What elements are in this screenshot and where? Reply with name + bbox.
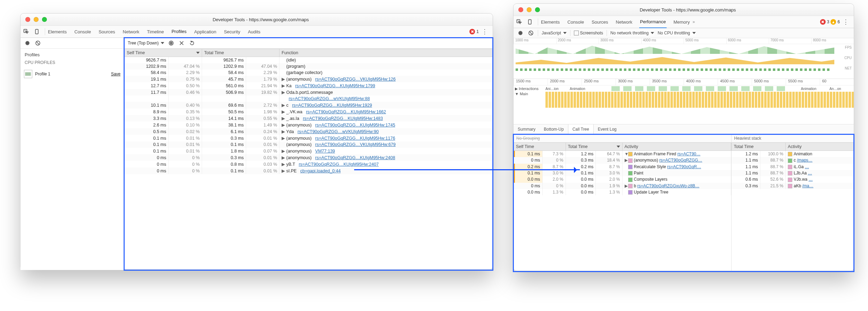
source-link[interactable]: rs=ACT90oGqRZGG…KUIgM95Hw:1662 xyxy=(306,109,386,114)
table-row[interactable]: 0.1 ms0.01 %0.3 ms0.01 %▶ (anonymous) rs… xyxy=(125,135,493,141)
profile-row[interactable]: Profile 1 Save xyxy=(20,68,124,80)
tab-security[interactable]: Security xyxy=(223,26,241,38)
table-row[interactable]: 0.5 ms0.02 %6.1 ms0.24 %▶ Yda rs=ACT90oG… xyxy=(125,128,493,135)
source-link[interactable]: rs=ACT90oGqR… xyxy=(667,164,701,169)
close-icon[interactable] xyxy=(518,7,523,12)
warning-badge[interactable]: ▲ xyxy=(831,19,836,25)
table-row[interactable]: 10.1 ms0.40 %69.6 ms2.72 %▶ c rs=ACT90oG… xyxy=(125,102,493,108)
source-link[interactable]: rs=ACT90oGqRZGG…KUIgM95Hw:1483 xyxy=(303,116,383,121)
inspect-icon[interactable] xyxy=(516,18,523,25)
clear-icon[interactable] xyxy=(34,40,41,47)
grouping-select[interactable]: No Grouping xyxy=(514,134,731,142)
device-icon[interactable] xyxy=(527,18,534,25)
heaviest-stack-table[interactable]: Total Time Activity 1.2 ms100.0 %Animati… xyxy=(732,142,854,189)
error-badge[interactable]: ✖ xyxy=(820,19,826,25)
source-link[interactable]: rs=ACT90oGqRZGG…VKUIgM95Hw:126 xyxy=(315,77,396,82)
source-link[interactable]: /ma… xyxy=(802,183,813,188)
col-total-time[interactable]: Total Time xyxy=(732,143,786,151)
tab-elements[interactable]: Elements xyxy=(540,16,560,28)
source-link[interactable]: rs=ACT90oGqRZGG…KUIgM95Hw:1799 xyxy=(295,83,375,88)
source-link[interactable]: … xyxy=(808,171,812,175)
profile-table[interactable]: Self Time Total Time Function 9626.7 ms9… xyxy=(124,49,493,174)
source-link[interactable]: rs=ACT90oGqRZGG…KUIgM95Hw:2407 xyxy=(299,162,378,167)
table-row[interactable]: 58.4 ms2.29 %58.4 ms2.29 % (garbage coll… xyxy=(125,69,493,76)
record-icon[interactable] xyxy=(24,40,31,47)
source-link[interactable]: rs=ACT90oGqRZGG…wVKUIgM95Hw:90 xyxy=(298,129,379,134)
table-row[interactable]: 9626.7 ms9626.7 ms (idle) xyxy=(125,57,493,64)
source-link[interactable]: rs=ACT90oGqRZGG… xyxy=(659,158,702,163)
table-row[interactable]: 1.2 ms100.0 %Animation xyxy=(732,151,853,157)
source-link[interactable]: rs=ACT90oGqRZGGxuWo-z8B… xyxy=(637,183,700,188)
table-row[interactable]: 0.1 ms7.3 %1.2 ms64.7 %▼Animation Frame … xyxy=(514,151,731,157)
cpu-throttle-select[interactable]: No CPU throttling xyxy=(658,31,695,35)
save-link[interactable]: Save xyxy=(111,72,120,76)
tab-bottom-up[interactable]: Bottom-Up xyxy=(540,124,568,134)
device-icon[interactable] xyxy=(34,28,41,35)
table-row[interactable]: 0 ms0 %0.3 ms0.01 %▶ (anonymous) rs=ACT9… xyxy=(125,154,493,161)
table-row[interactable]: 0.1 ms0.01 %0.1 ms0.01 % (anonymous) rs=… xyxy=(125,141,493,148)
table-row[interactable]: 0 ms0 %0.8 ms0.03 %▶ yB.T rs=ACT90oGqRZG… xyxy=(125,161,493,167)
zoom-icon[interactable] xyxy=(42,17,47,22)
tab-elements[interactable]: Elements xyxy=(47,26,67,38)
minimize-icon[interactable] xyxy=(527,7,532,12)
overview-panel[interactable]: 1000 ms2000 ms3000 ms4000 ms5000 ms6000 … xyxy=(514,38,854,79)
tab-console[interactable]: Console xyxy=(567,16,585,28)
table-row[interactable]: 0 ms0 %0.0 ms1.9 %▶b rs=ACT90oGqRZGGxuWo… xyxy=(514,183,731,189)
source-link[interactable]: rs=ACT90… xyxy=(677,152,700,156)
kebab-icon[interactable]: ⋮ xyxy=(841,18,850,26)
net-throttle-select[interactable]: No network throttling xyxy=(610,31,654,35)
table-row[interactable]: 0 ms0 %0.3 ms18.4 %▶(anonymous) rs=ACT90… xyxy=(514,157,731,163)
view-select[interactable]: Tree (Top Down) xyxy=(128,41,164,46)
source-link[interactable]: VM77:139 xyxy=(315,149,335,154)
tab-memory[interactable]: Memory xyxy=(673,16,691,28)
col-total-time[interactable]: Total Time xyxy=(566,143,622,151)
tab-event-log[interactable]: Event Log xyxy=(594,124,621,134)
js-select[interactable]: JavaScript xyxy=(542,31,567,35)
source-link[interactable]: … xyxy=(809,177,813,182)
source-link[interactable]: rs=ACT90oGqRZGG…KUIgM95Hw:1745 xyxy=(315,123,395,128)
table-row[interactable]: 0.0 ms2.0 %0.0 ms2.0 %Composite Layers xyxy=(514,176,731,182)
table-row[interactable]: 2.6 ms0.10 %38.1 ms1.49 %▶ (anonymous) r… xyxy=(125,122,493,128)
table-row[interactable]: 1.1 ms88.7 %c /maps… xyxy=(732,157,853,163)
more-tabs[interactable]: » xyxy=(693,19,695,24)
tab-timeline[interactable]: Timeline xyxy=(146,26,165,38)
error-badge[interactable]: ✖ xyxy=(469,29,475,34)
close-icon[interactable] xyxy=(25,17,30,22)
source-link[interactable]: rs=ACT90oGqRZGG…KUIgM95Hw:1929 xyxy=(292,103,372,108)
table-row[interactable]: 1.1 ms88.7 %iL.Ga … xyxy=(732,164,853,170)
col-function[interactable]: Function xyxy=(279,49,493,57)
tab-profiles[interactable]: Profiles xyxy=(171,25,187,38)
col-activity[interactable]: Activity xyxy=(622,143,731,151)
col-self-time[interactable]: Self Time xyxy=(514,143,566,151)
tab-performance[interactable]: Performance xyxy=(639,16,666,28)
col-self-time[interactable]: Self Time xyxy=(125,49,202,57)
tab-call-tree[interactable]: Call Tree xyxy=(568,124,594,134)
traffic-lights[interactable] xyxy=(20,17,52,22)
minimize-icon[interactable] xyxy=(34,17,39,22)
tab-network[interactable]: Network xyxy=(615,16,633,28)
table-row[interactable]: 0.3 ms21.5 %aKb /ma… xyxy=(732,183,853,189)
table-row[interactable]: 1202.9 ms47.04 %1202.9 ms47.04 % (progra… xyxy=(125,63,493,69)
table-row[interactable]: 1.1 ms88.7 %LJb.Aa … xyxy=(732,170,853,176)
table-row[interactable]: 0.0 ms1.3 %0.0 ms1.3 %Update Layer Tree xyxy=(514,189,731,195)
source-link[interactable]: rs=ACT90oGqRZGG…wVKUIgM95Hw:88 xyxy=(289,96,370,101)
source-link[interactable]: rs=ACT90oGqRZGG…KUIgM95Hw:1176 xyxy=(315,136,395,141)
source-link[interactable]: rs=ACT90oGqRZGG…KUIgM95Hw:2408 xyxy=(315,155,395,160)
kebab-icon[interactable]: ⋮ xyxy=(480,28,489,35)
tab-audits[interactable]: Audits xyxy=(247,26,261,38)
table-row[interactable]: 0.1 ms0.01 %1.8 ms0.07 %▶ (anonymous) VM… xyxy=(125,148,493,154)
source-link[interactable]: cb=gapi.loaded_0:44 xyxy=(300,169,341,173)
source-link[interactable]: /maps… xyxy=(797,158,812,163)
tab-network[interactable]: Network xyxy=(122,26,140,38)
table-row[interactable]: 0.6 ms52.6 %VJb.wa … xyxy=(732,176,853,182)
tab-application[interactable]: Application xyxy=(193,26,217,38)
inspect-icon[interactable] xyxy=(23,28,30,35)
screenshots-toggle[interactable]: Screenshots xyxy=(574,31,603,36)
table-row[interactable]: 12.7 ms0.50 %561.0 ms21.94 %▶ Ka rs=ACT9… xyxy=(125,82,493,89)
table-row[interactable]: 3.3 ms0.13 %14.1 ms0.55 %▶ _.as.Ia rs=AC… xyxy=(125,115,493,122)
table-row[interactable]: 11.7 ms0.46 %506.9 ms19.82 %▶ Oda.b.port… xyxy=(125,89,493,96)
focus-icon[interactable] xyxy=(168,40,175,47)
col-activity[interactable]: Activity xyxy=(786,143,854,151)
table-row[interactable]: 0.1 ms3.0 %0.1 ms3.0 %Paint xyxy=(514,170,731,176)
tab-sources[interactable]: Sources xyxy=(98,26,116,38)
